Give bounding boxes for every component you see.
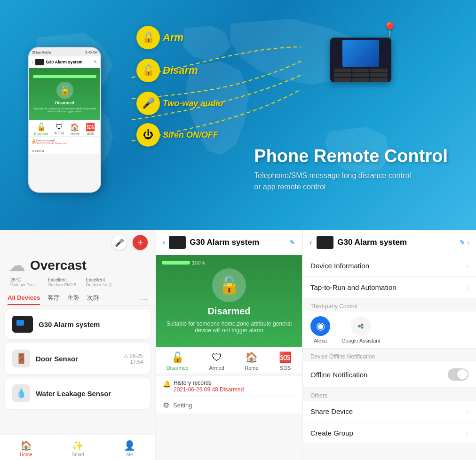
google-assistant-label: Google Assistant <box>341 338 381 343</box>
panel2-edit-button[interactable]: ✎ <box>290 239 295 246</box>
disarm-bubble-icon: 🔓 <box>136 59 160 82</box>
arm-label: Arm <box>163 31 183 44</box>
add-button[interactable]: + <box>133 235 148 250</box>
nav-me[interactable]: 👤 Me <box>124 440 135 457</box>
panel3-chevron-icon: › <box>467 239 469 246</box>
water-sensor-name: Water Leakage Sensor <box>36 390 111 398</box>
tab-second[interactable]: 次卧 <box>87 294 99 305</box>
svg-point-4 <box>361 324 364 326</box>
tab-all-devices[interactable]: All Devices <box>8 294 40 305</box>
tap-to-run-label: Tap-to-Run and Automation <box>310 283 397 291</box>
mode-disarmed[interactable]: 🔓 Disarmed <box>167 351 189 371</box>
weather-temp: 26°C Outdoor Tem... <box>10 277 38 287</box>
menu-item-device-info[interactable]: Device Information › <box>303 255 476 277</box>
menu-item-share-device[interactable]: Share Device › <box>303 401 476 422</box>
banner: China Mobile 9:45 AM ‹ G30 Alarm system … <box>0 0 476 230</box>
others-section-header: Others <box>303 388 476 401</box>
offline-notification-label: Offline Notification <box>310 371 367 379</box>
nav-smart[interactable]: ✨ Smart <box>72 440 85 457</box>
offline-section-header: Device Offline Notification <box>303 349 476 362</box>
share-device-chevron-icon: › <box>466 408 468 415</box>
svg-rect-1 <box>16 320 24 326</box>
panel2-status-area: 100% 🔓 Disarmed Suitable for someone hom… <box>156 255 302 347</box>
tab-master[interactable]: 主卧 <box>67 294 79 305</box>
weather-name: Overcast <box>30 258 87 273</box>
disarm-status-label: Disarmed <box>207 306 250 317</box>
weather-air: Excellent Outdoor Air Q... <box>86 277 115 287</box>
panel2-setting[interactable]: ⚙ Setting <box>156 397 302 413</box>
siren-bubble-icon: ⏻ <box>136 123 160 147</box>
map-pin-icon: 📍 <box>381 21 398 38</box>
panels-container: 🎤 + ☁ Overcast 26°C Outdoor Tem... Excel… <box>0 230 476 460</box>
panel2-device-icon <box>169 236 186 249</box>
panel2-history[interactable]: 🔔 History records 2021-06-26 09:48 Disar… <box>156 374 302 397</box>
mode-home[interactable]: 🏠 Home <box>245 351 258 371</box>
device-info-label: Device Information <box>310 262 369 270</box>
panel3-device-icon <box>317 236 333 249</box>
me-nav-icon: 👤 <box>124 440 135 451</box>
third-party-section-header: Third-party Control <box>303 298 476 312</box>
tab-living[interactable]: 客厅 <box>48 294 60 305</box>
panel1-top-bar: 🎤 + <box>0 230 155 252</box>
tabs-more-icon[interactable]: ··· <box>141 295 148 304</box>
setting-label: Setting <box>173 402 192 409</box>
alarm-icon <box>12 316 33 333</box>
menu-item-create-group[interactable]: Create Group › <box>303 422 476 444</box>
panel-smart-home: 🎤 + ☁ Overcast 26°C Outdoor Tem... Excel… <box>0 230 155 460</box>
panel3-header: ‹ G30 Alarm system ✎ › <box>303 230 476 255</box>
weather-section: ☁ Overcast 26°C Outdoor Tem... Excellent… <box>0 252 155 291</box>
device-card-door[interactable]: 🚪 Door Sensor ⚠ 06-2517:54 <box>5 343 151 374</box>
twoway-label: Two-way audio <box>163 99 223 109</box>
panel2-title: G30 Alarm system <box>190 238 286 247</box>
banner-text-area: Phone Remote Control Telephone/SMS messa… <box>254 147 448 193</box>
armed-mode-icon: 🛡 <box>212 351 222 364</box>
offline-notification-toggle[interactable]: Offline Notification <box>303 362 476 388</box>
battery-indicator: 100% <box>162 260 205 265</box>
toggle-switch[interactable] <box>448 368 468 381</box>
alexa-icon: ◉ <box>310 316 330 336</box>
lock-status-icon: 🔓 <box>212 268 246 302</box>
disarm-label: Disarm <box>163 64 198 77</box>
panel-device-settings: ‹ G30 Alarm system ✎ › Device Informatio… <box>303 230 476 460</box>
door-sensor-name: Door Sensor <box>36 355 78 363</box>
alarm-modes: 🔓 Disarmed 🛡 Armed 🏠 Home 🆘 SOS <box>156 347 302 374</box>
mode-armed[interactable]: 🛡 Armed <box>209 351 224 371</box>
banner-title: Phone Remote Control <box>254 147 448 166</box>
device-card-water[interactable]: 💧 Water Leakage Sensor <box>5 378 151 409</box>
smart-nav-icon: ✨ <box>72 440 84 451</box>
banner-phone: China Mobile 9:45 AM ‹ G30 Alarm system … <box>19 28 113 230</box>
mode-sos[interactable]: 🆘 SOS <box>279 351 292 371</box>
disarmed-mode-icon: 🔓 <box>171 351 184 364</box>
google-assistant-item[interactable]: Google Assistant <box>341 316 381 343</box>
device-tabs: All Devices 客厅 主卧 次卧 ··· <box>0 291 155 305</box>
device-info-chevron-icon: › <box>466 262 468 270</box>
mic-button[interactable]: 🎤 <box>112 235 127 250</box>
panel2-back-button[interactable]: ‹ <box>163 238 165 247</box>
gear-icon: ⚙ <box>163 401 169 410</box>
alexa-item[interactable]: ◉ Alexa <box>310 316 330 343</box>
door-sensor-time: ⚠ 06-2517:54 <box>124 353 143 365</box>
menu-item-tap-to-run[interactable]: Tap-to-Run and Automation › <box>303 277 476 298</box>
panel3-back-button[interactable]: ‹ <box>309 238 312 247</box>
panel3-edit-button[interactable]: ✎ <box>460 239 465 246</box>
nav-home[interactable]: 🏠 Home <box>20 440 32 457</box>
banner-subtitle: Telephone/SMS message long distance cont… <box>254 170 448 193</box>
tap-to-run-chevron-icon: › <box>466 284 468 291</box>
feature-siren: ⏻ Siren ON/OFF <box>136 123 218 147</box>
disarm-sub-label: Suitable for someone home,zone attribute… <box>156 320 302 334</box>
toggle-knob <box>457 369 468 380</box>
feature-disarm: 🔓 Disarm <box>136 59 198 82</box>
create-group-label: Create Group <box>310 429 353 437</box>
weather-pm: Excellent Outdoor PM2.5 <box>48 277 76 287</box>
share-device-label: Share Device <box>310 407 353 415</box>
device-card-alarm[interactable]: G30 Alarm system <box>5 309 151 339</box>
feature-arm: 🔒 Arm <box>136 26 183 49</box>
panel3-menu: Device Information › Tap-to-Run and Auto… <box>303 255 476 460</box>
bell-icon: 🔔 <box>163 380 171 388</box>
alexa-label: Alexa <box>314 338 327 343</box>
home-nav-icon: 🏠 <box>20 440 32 451</box>
alarm-device-image <box>330 38 391 82</box>
device-list: G30 Alarm system 🚪 Door Sensor ⚠ 06-2517… <box>0 305 155 435</box>
panel-alarm-detail: ‹ G30 Alarm system ✎ 100% 🔓 Disarmed Sui… <box>156 230 302 460</box>
twoway-bubble-icon: 🎤 <box>136 92 160 115</box>
